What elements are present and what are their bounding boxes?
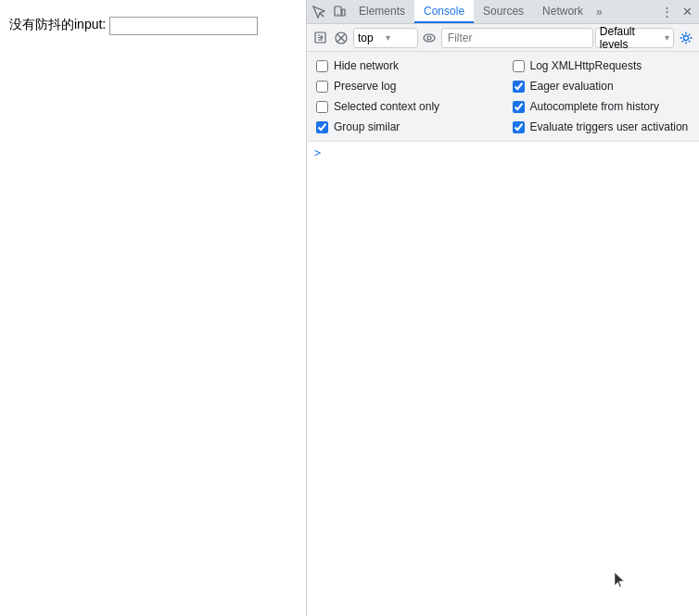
svg-point-7: [683, 35, 688, 40]
checkbox-preserve-log[interactable]: [316, 81, 328, 93]
device-icon[interactable]: [329, 2, 350, 22]
page-input[interactable]: [109, 17, 258, 35]
page-label: 没有防抖的input:: [9, 17, 106, 33]
tab-console[interactable]: Console: [414, 0, 474, 23]
tab-sources[interactable]: Sources: [474, 0, 533, 23]
context-select-arrow: ▾: [386, 32, 413, 43]
setting-evaluate-triggers[interactable]: Evaluate triggers user activation: [513, 119, 691, 135]
settings-panel: Hide networkLog XMLHttpRequestsPreserve …: [307, 52, 699, 142]
checkbox-eager-eval[interactable]: [513, 81, 525, 93]
setting-log-xmlhttp[interactable]: Log XMLHttpRequests: [513, 57, 691, 74]
clear-button[interactable]: [332, 28, 351, 48]
toolbar-row: top ▾ Default levels ▾: [307, 24, 699, 52]
devtools-panel: Elements Console Sources Network » ⋮ ✕: [306, 0, 699, 616]
svg-point-5: [424, 34, 435, 42]
setting-autocomplete-history[interactable]: Autocomplete from history: [513, 98, 691, 115]
setting-eager-eval[interactable]: Eager evaluation: [513, 78, 691, 94]
checkbox-log-xmlhttp[interactable]: [513, 60, 525, 72]
setting-group-similar[interactable]: Group similar: [316, 119, 494, 135]
level-select[interactable]: Default levels ▾: [595, 28, 674, 48]
console-prompt-line: >: [307, 144, 699, 162]
level-select-arrow: ▾: [665, 32, 669, 43]
filter-input[interactable]: [441, 28, 593, 48]
checkbox-autocomplete-history[interactable]: [513, 101, 525, 113]
close-devtools-icon[interactable]: ✕: [677, 2, 697, 22]
console-content[interactable]: >: [307, 142, 699, 616]
tabs-row: Elements Console Sources Network » ⋮ ✕: [307, 0, 699, 24]
tabs-overflow[interactable]: »: [592, 6, 606, 19]
checkbox-selected-context-only[interactable]: [316, 101, 328, 113]
setting-hide-network[interactable]: Hide network: [316, 57, 494, 74]
svg-point-6: [427, 36, 431, 40]
prompt-arrow: >: [314, 146, 321, 159]
tab-network[interactable]: Network: [533, 0, 592, 23]
tabs-more-area: ⋮ ✕: [656, 2, 697, 22]
context-select[interactable]: top ▾: [353, 28, 418, 48]
tab-elements[interactable]: Elements: [350, 0, 414, 23]
execute-button[interactable]: [311, 28, 330, 48]
checkbox-group-similar[interactable]: [316, 121, 328, 133]
page-area: 没有防抖的input:: [0, 0, 306, 616]
svg-rect-1: [342, 9, 345, 16]
svg-point-2: [337, 13, 338, 14]
eye-button[interactable]: [420, 28, 439, 48]
more-options-icon[interactable]: ⋮: [656, 2, 677, 22]
setting-preserve-log[interactable]: Preserve log: [316, 78, 494, 94]
settings-button[interactable]: [676, 28, 695, 48]
setting-selected-context-only[interactable]: Selected context only: [316, 98, 494, 115]
checkbox-hide-network[interactable]: [316, 60, 328, 72]
checkbox-evaluate-triggers[interactable]: [513, 121, 525, 133]
inspector-icon[interactable]: [309, 2, 329, 22]
